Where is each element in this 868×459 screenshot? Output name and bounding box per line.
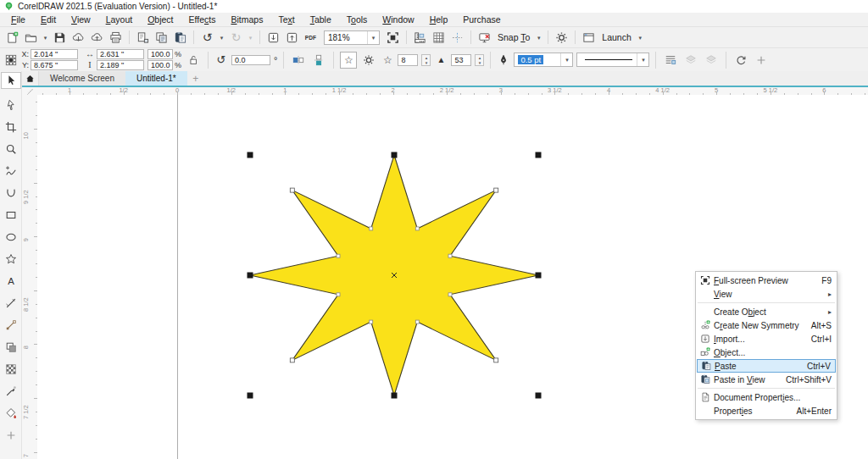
- launch-icon[interactable]: [580, 29, 598, 47]
- context-menu-item-object[interactable]: Object...: [697, 346, 836, 359]
- cloud-download-button[interactable]: [70, 29, 87, 47]
- dimension-tool[interactable]: [1, 292, 21, 314]
- selection-handle[interactable]: [536, 273, 542, 279]
- chevron-down-icon[interactable]: ▾: [637, 53, 648, 66]
- line-style-combobox[interactable]: ▾: [576, 53, 649, 67]
- launch-dropdown[interactable]: ▾: [636, 29, 645, 47]
- shape-tool[interactable]: [1, 94, 21, 116]
- menu-help[interactable]: Help: [422, 13, 456, 26]
- star-node[interactable]: [494, 188, 498, 192]
- zoom-level-combobox[interactable]: 181% ▾: [324, 30, 380, 45]
- scale-h-field[interactable]: 100.0: [147, 49, 173, 59]
- home-tab-button[interactable]: [22, 71, 38, 86]
- star-node[interactable]: [370, 320, 373, 324]
- ellipse-tool[interactable]: [1, 226, 21, 248]
- selection-handle[interactable]: [248, 273, 253, 279]
- menu-window[interactable]: Window: [375, 13, 421, 26]
- full-screen-preview-button[interactable]: [384, 29, 402, 47]
- vertical-ruler[interactable]: 109 1/298 1/287 1/27: [22, 95, 37, 459]
- context-menu-item-paste[interactable]: PasteCtrl+V: [697, 359, 836, 373]
- context-menu-item-full-screen-preview[interactable]: Full-screen PreviewF9: [697, 274, 836, 287]
- show-guidelines-button[interactable]: [448, 29, 466, 47]
- star-node[interactable]: [290, 358, 294, 362]
- customize-toolbox[interactable]: [1, 424, 21, 446]
- crop-tool[interactable]: [1, 116, 21, 138]
- x-position-field[interactable]: 2.014 ": [31, 49, 78, 59]
- context-menu-item-create-object[interactable]: Create Object▸: [697, 305, 836, 318]
- selection-handle[interactable]: [248, 393, 253, 399]
- mirror-vertical-button[interactable]: [310, 52, 327, 69]
- star-button[interactable]: ☆: [340, 52, 357, 69]
- chevron-down-icon[interactable]: ▾: [367, 31, 379, 44]
- to-back-button[interactable]: [703, 52, 720, 69]
- lock-ratio-button[interactable]: [185, 52, 202, 69]
- launch-label[interactable]: Launch: [598, 32, 634, 42]
- selection-handle[interactable]: [392, 152, 398, 158]
- show-grid-button[interactable]: [430, 29, 448, 47]
- star-node[interactable]: [337, 293, 340, 296]
- context-menu-item-paste-in-view[interactable]: Paste in ViewCtrl+Shift+V: [697, 373, 836, 386]
- outline-width-combobox[interactable]: 0.5 pt ▾: [514, 53, 573, 67]
- context-menu-item-create-new-symmetry[interactable]: Create New SymmetryAlt+S: [697, 318, 836, 332]
- open-button[interactable]: [22, 29, 40, 47]
- context-menu-item-document-properties[interactable]: Document Properties...: [697, 390, 836, 404]
- context-menu-item-view[interactable]: View▸: [697, 287, 836, 301]
- publish-pdf-button[interactable]: PDF: [302, 29, 320, 47]
- complex-star-button[interactable]: [360, 52, 377, 69]
- undo-button[interactable]: ↺: [198, 29, 216, 47]
- y-position-field[interactable]: 8.675 ": [31, 60, 78, 70]
- pen-tool[interactable]: [1, 314, 21, 336]
- star-node[interactable]: [337, 254, 340, 257]
- pick-tool[interactable]: [1, 72, 21, 89]
- freehand-tool[interactable]: [1, 160, 21, 182]
- options-button[interactable]: [553, 29, 570, 47]
- menu-effects[interactable]: Effects: [181, 13, 224, 26]
- new-tab-button[interactable]: +: [187, 71, 204, 86]
- transparency-tool[interactable]: [1, 358, 21, 380]
- context-menu-item-properties[interactable]: PropertiesAlt+Enter: [697, 404, 836, 418]
- show-rulers-button[interactable]: [411, 29, 429, 47]
- star-node[interactable]: [415, 320, 419, 324]
- tab-untitled-1[interactable]: Untitled-1*: [125, 71, 187, 86]
- sharpness-spinner[interactable]: ▴▾: [475, 54, 484, 66]
- save-button[interactable]: [51, 29, 69, 47]
- copy-button[interactable]: [153, 29, 170, 47]
- menu-text[interactable]: Text: [270, 13, 302, 26]
- mirror-horizontal-button[interactable]: [290, 52, 307, 69]
- menu-bitmaps[interactable]: Bitmaps: [223, 13, 270, 26]
- snap-to-label[interactable]: Snap To: [494, 32, 533, 42]
- menu-tools[interactable]: Tools: [339, 13, 376, 26]
- snap-to-dropdown[interactable]: ▾: [534, 29, 543, 47]
- star-node[interactable]: [290, 188, 294, 192]
- sharpness-field[interactable]: 53: [451, 54, 471, 66]
- star-node[interactable]: [370, 227, 373, 230]
- menu-layout[interactable]: Layout: [98, 13, 141, 26]
- open-dropdown[interactable]: ▾: [41, 29, 50, 47]
- export-button[interactable]: [283, 29, 301, 47]
- menu-edit[interactable]: Edit: [33, 13, 64, 26]
- rectangle-tool[interactable]: [1, 204, 21, 226]
- new-document-button[interactable]: [3, 29, 21, 47]
- eyedropper-tool[interactable]: [1, 380, 21, 402]
- zoom-tool[interactable]: [1, 138, 21, 160]
- selection-handle[interactable]: [392, 393, 398, 399]
- undo-dropdown[interactable]: ▾: [217, 29, 226, 47]
- star-node[interactable]: [415, 227, 419, 230]
- propbar-customize-plus[interactable]: [753, 52, 770, 69]
- rotation-angle-field[interactable]: 0.0: [231, 55, 270, 65]
- cut-button[interactable]: [134, 29, 152, 47]
- print-button[interactable]: [107, 29, 125, 47]
- curve-tool[interactable]: [1, 182, 21, 204]
- tab-welcome-screen[interactable]: Welcome Screen: [38, 71, 125, 86]
- object-width-field[interactable]: 2.631 ": [97, 49, 144, 59]
- convert-to-curves-button[interactable]: [732, 52, 749, 69]
- chevron-down-icon[interactable]: ▾: [560, 53, 572, 66]
- points-spinner[interactable]: ▴▾: [421, 54, 431, 66]
- selection-handle[interactable]: [536, 393, 542, 399]
- text-tool[interactable]: A: [1, 270, 21, 292]
- cloud-upload-button[interactable]: [88, 29, 106, 47]
- snapping-toggle-button[interactable]: [476, 29, 493, 47]
- star-node[interactable]: [448, 254, 452, 257]
- menu-purchase[interactable]: Purchase: [455, 13, 508, 26]
- import-button[interactable]: [264, 29, 282, 47]
